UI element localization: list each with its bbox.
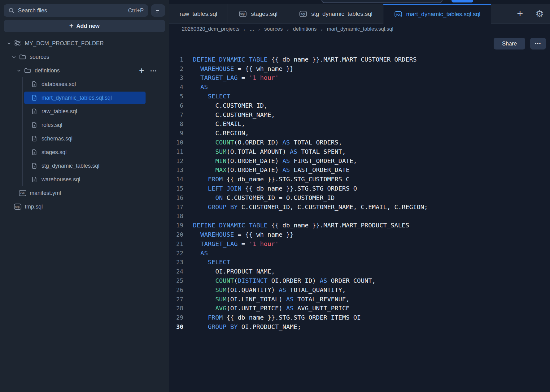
share-button[interactable]: Share [494,38,525,50]
code-line[interactable]: 27 SUM(OI.LINE_TOTAL) AS TOTAL_REVENUE, [169,295,550,304]
tab-raw-tables-sql[interactable]: raw_tables.sql [169,4,228,24]
code-line-text: DEFINE DYNAMIC TABLE {{ db_name }}.MART.… [193,56,417,63]
code-line[interactable]: 18 [169,212,550,221]
tree-item-stages-sql[interactable]: stages.sql [0,145,169,159]
chevron-down-icon[interactable] [5,41,13,46]
code-line[interactable]: 25 COUNT(DISTINCT OI.ORDER_ID) AS ORDER_… [169,276,550,285]
breadcrumb-item[interactable]: ... [250,26,254,32]
code-line[interactable]: 14 FROM {{ db_name }}.STG.STG_CUSTOMERS … [169,174,550,184]
code-line[interactable]: 9 C.REGION, [169,128,550,138]
code-line[interactable]: 17 GROUP BY C.CUSTOMER_ID, C.CUSTOMER_NA… [169,202,550,212]
yml-file-icon: YML [18,189,27,197]
tree-item-stg-dynamic-tables-sql[interactable]: stg_dynamic_tables.sql [0,159,169,173]
search-input[interactable]: Search files Ctrl+P [4,4,148,17]
tree-item-manifest-yml[interactable]: YMLmanifest.yml [0,186,169,200]
filter-button[interactable] [151,4,165,17]
code-line[interactable]: 3 TARGET_LAG = '1 hour' [169,73,550,83]
code-line-text: MIN(O.ORDER_DATE) AS FIRST_ORDER_DATE, [193,157,357,165]
overlay-accent-button[interactable] [452,0,473,2]
code-line[interactable]: 24 OI.PRODUCT_NAME, [169,267,550,276]
code-line-text: SUM(OI.LINE_TOTAL) AS TOTAL_REVENUE, [193,295,350,303]
breadcrumb-item[interactable]: sources [264,26,283,32]
code-line[interactable]: 23 SELECT [169,258,550,267]
breadcrumb-item[interactable]: mart_dynamic_tables.sql.sql [327,26,393,32]
tab-label: stg_dynamic_tables.sql [311,11,373,17]
tree-item-schemas-sql[interactable]: schemas.sql [0,132,169,145]
code-line[interactable]: 28 AVG(OI.UNIT_PRICE) AS AVG_UNIT_PRICE [169,304,550,313]
tab-mart-dynamic-tables-sql-sql[interactable]: SQLmart_dynamic_tables.sql.sql [383,4,491,24]
add-file-icon[interactable]: + [139,66,144,75]
tab-bar: raw_tables.sqlSQLstages.sqlSQLstg_dynami… [169,4,550,24]
tab-stages-sql[interactable]: SQLstages.sql [228,4,288,24]
tree-item-tmp-sql[interactable]: SQLtmp.sql [0,200,169,213]
code-line-text: GROUP BY OI.PRODUCT_NAME; [193,323,301,330]
code-line[interactable]: 30 GROUP BY OI.PRODUCT_NAME; [169,322,550,331]
tree-item-warehouses-sql[interactable]: warehouses.sql [0,173,169,186]
code-line[interactable]: 22 AS [169,248,550,258]
code-line[interactable]: 16 ON C.CUSTOMER_ID = O.CUSTOMER_ID [169,193,550,202]
tree-item-label: raw_tables.sql [41,108,77,115]
code-line-text: SELECT [193,93,230,100]
code-line[interactable]: 13 MAX(O.ORDER_DATE) AS LAST_ORDER_DATE [169,166,550,175]
code-line[interactable]: 1DEFINE DYNAMIC TABLE {{ db_name }}.MART… [169,55,550,64]
file-icon [30,121,39,129]
chevron-down-icon[interactable] [15,68,23,73]
code-line[interactable]: 29 FROM {{ db_name }}.STG.STG_ORDER_ITEM… [169,313,550,322]
code-line[interactable]: 12 MIN(O.ORDER_DATE) AS FIRST_ORDER_DATE… [169,156,550,166]
breadcrumb-item[interactable]: 20260320_dcm_projects [182,26,239,32]
tree-item-my-dcm-project-folder[interactable]: MY_DCM_PROJECT_FOLDER [0,37,169,50]
file-actions-row: Share ••• [169,34,550,53]
tree-item-label: definitions [35,67,60,74]
tab-stg-dynamic-tables-sql[interactable]: SQLstg_dynamic_tables.sql [288,4,383,24]
chevron-down-icon[interactable] [10,54,18,60]
tree-item-roles-sql[interactable]: roles.sql [0,118,169,132]
code-line[interactable]: 8 C.EMAIL, [169,119,550,129]
code-line[interactable]: 4 AS [169,82,550,92]
tree-item-raw-tables-sql[interactable]: raw_tables.sql [0,105,169,118]
new-tab-plus-icon[interactable]: + [517,8,523,19]
code-line[interactable]: 21 TARGET_LAG = '1 hour' [169,239,550,248]
tree-item-definitions[interactable]: definitions+••• [0,64,169,77]
line-number: 20 [169,231,183,238]
code-line[interactable]: 19DEFINE DYNAMIC TABLE {{ db_name }}.MAR… [169,221,550,230]
more-options-icon[interactable]: ••• [150,68,157,73]
code-line[interactable]: 5 SELECT [169,92,550,101]
command-palette-overlay[interactable] [321,0,443,3]
line-number: 23 [169,259,183,265]
indent-guide [12,50,12,200]
code-line-text: FROM {{ db_name }}.STG.STG_CUSTOMERS C [193,175,350,183]
line-number: 25 [169,277,183,284]
more-options-button[interactable]: ••• [530,38,546,50]
breadcrumb-item[interactable]: definitions [293,26,317,32]
tree-item-label: sources [30,54,49,60]
code-line-text: AS [193,83,208,91]
code-line[interactable]: 2 WAREHOUSE = {{ wh_name }} [169,64,550,73]
code-line[interactable]: 6 C.CUSTOMER_ID, [169,101,550,110]
code-line[interactable]: 7 C.CUSTOMER_NAME, [169,110,550,119]
tree-item-databases-sql[interactable]: databases.sql [0,77,169,91]
line-number: 1 [169,56,183,63]
code-line-text: C.EMAIL, [193,120,245,127]
tree-item-mart-dynamic-tables-sql-sql[interactable]: mart_dynamic_tables.sql.sql [0,91,169,105]
code-line-text: MAX(O.ORDER_DATE) AS LAST_ORDER_DATE [193,166,350,174]
code-line[interactable]: 10 COUNT(O.ORDER_ID) AS TOTAL_ORDERS, [169,138,550,147]
sql-file-icon: SQL [238,10,247,18]
code-editor[interactable]: 1DEFINE DYNAMIC TABLE {{ db_name }}.MART… [169,53,550,392]
gear-icon[interactable]: ⚙ [535,9,544,19]
code-line-text: ON C.CUSTOMER_ID = O.CUSTOMER_ID [193,194,335,201]
tree-item-label: stages.sql [41,149,67,156]
add-new-button[interactable]: + Add new [4,20,165,32]
project-icon [13,40,22,47]
code-line-text: COUNT(O.ORDER_ID) AS TOTAL_ORDERS, [193,139,342,146]
tree-item-label: manifest.yml [30,190,61,196]
code-line[interactable]: 20 WAREHOUSE = {{ wh_name }} [169,230,550,239]
tree-item-sources[interactable]: sources [0,50,169,64]
line-number: 28 [169,305,183,312]
code-line-text: WAREHOUSE = {{ wh_name }} [193,231,294,238]
tab-label: mart_dynamic_tables.sql.sql [406,11,481,18]
code-line[interactable]: 11 SUM(O.TOTAL_AMOUNT) AS TOTAL_SPENT, [169,147,550,156]
line-number: 18 [169,213,183,219]
code-line[interactable]: 15 LEFT JOIN {{ db_name }}.STG.STG_ORDER… [169,184,550,193]
code-line[interactable]: 26 SUM(OI.QUANTITY) AS TOTAL_QUANTITY, [169,285,550,295]
indent-guide [22,77,23,186]
